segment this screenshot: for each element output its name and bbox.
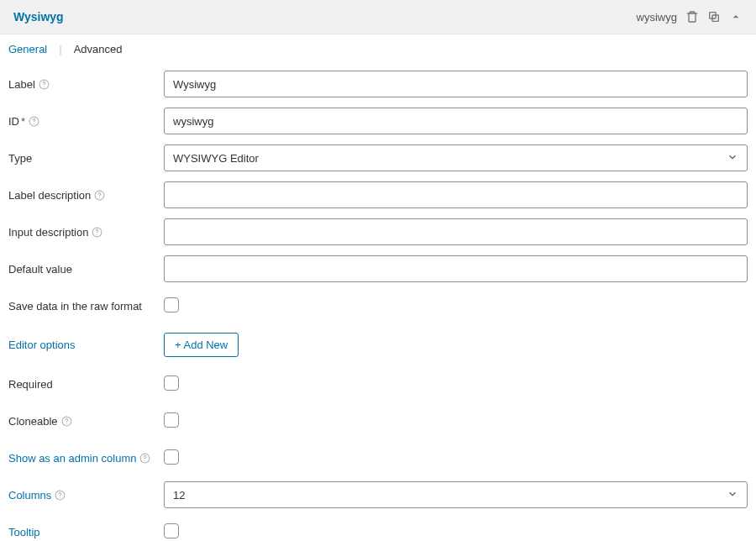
tooltip-checkbox[interactable] [164,523,179,538]
row-type: Type WYSIWYG Editor [8,139,748,176]
label-text: Tooltip [8,526,40,538]
row-default-value: Default value [8,250,748,287]
field-slug: wysiwyg [637,11,677,24]
label-text: Save data in the raw format [8,300,142,313]
label-id: ID* [8,115,164,128]
row-input-description: Input description [8,213,748,250]
save-raw-checkbox[interactable] [164,297,179,313]
help-icon[interactable] [29,116,39,127]
label-cloneable: Cloneable [8,415,164,428]
columns-select[interactable]: 12 [164,481,748,508]
add-new-button[interactable]: + Add New [164,333,239,357]
label-save-raw: Save data in the raw format [8,300,164,313]
label-columns[interactable]: Columns [8,489,164,502]
chevron-down-icon [727,151,738,165]
copy-icon[interactable] [707,10,721,24]
label-text: Show as an admin column [8,452,136,465]
cloneable-checkbox[interactable] [164,412,179,428]
tab-advanced[interactable]: Advanced [74,43,123,55]
label-label-description: Label description [8,189,164,202]
id-input[interactable] [164,108,748,134]
row-save-raw: Save data in the raw format [8,287,748,324]
label-text: ID [8,115,19,128]
label-type: Type [8,152,164,165]
label-tooltip[interactable]: Tooltip [8,526,164,538]
label-description-input[interactable] [164,181,748,208]
label-required: Required [8,378,164,391]
label-text: Default value [8,263,72,276]
select-value: WYSIWYG Editor [173,152,259,165]
label-text: Columns [8,489,51,502]
row-columns: Columns 12 [8,476,748,513]
form: Label ID* Type WYSIWYG Editor La [0,62,756,541]
label-text: Editor options [8,339,76,351]
label-text: Label [8,78,35,91]
help-icon[interactable] [39,79,50,90]
label-input[interactable] [164,71,748,97]
trash-icon[interactable] [685,10,699,24]
label-text: Cloneable [8,415,58,428]
label-admin-column[interactable]: Show as an admin column [8,452,164,465]
row-id: ID* [8,102,748,139]
help-icon[interactable] [55,490,66,501]
select-value: 12 [173,489,185,502]
collapse-icon[interactable] [729,10,743,24]
row-admin-column: Show as an admin column [8,439,748,476]
help-icon[interactable] [92,227,102,238]
admin-column-checkbox[interactable] [164,449,179,465]
help-icon[interactable] [61,416,72,427]
label-text: Input description [8,226,88,239]
tab-general[interactable]: General [8,43,47,55]
default-value-input[interactable] [164,255,748,282]
header-actions: wysiwyg [637,10,743,24]
row-tooltip: Tooltip [8,513,748,541]
label-text: Required [8,378,53,391]
label-input-description: Input description [8,226,164,239]
required-checkbox[interactable] [164,376,179,391]
label-default-value: Default value [8,263,164,276]
tab-separator: | [59,43,61,55]
row-label-description: Label description [8,176,748,213]
row-editor-options: Editor options + Add New [8,324,748,365]
label-editor-options[interactable]: Editor options [8,339,164,351]
panel-header: Wysiwyg wysiwyg [0,0,756,34]
label-label: Label [8,78,164,91]
row-required: Required [8,365,748,402]
input-description-input[interactable] [164,218,748,245]
label-text: Type [8,152,32,165]
field-settings-panel: Wysiwyg wysiwyg General | Advanced Label [0,0,756,541]
chevron-down-icon [727,488,738,502]
panel-title: Wysiwyg [13,10,64,24]
label-text: Label description [8,189,91,202]
row-label: Label [8,66,748,102]
required-marker: * [21,115,25,128]
tabs: General | Advanced [0,34,756,62]
row-cloneable: Cloneable [8,402,748,439]
type-select[interactable]: WYSIWYG Editor [164,144,748,171]
help-icon[interactable] [94,190,105,201]
help-icon[interactable] [139,453,150,464]
